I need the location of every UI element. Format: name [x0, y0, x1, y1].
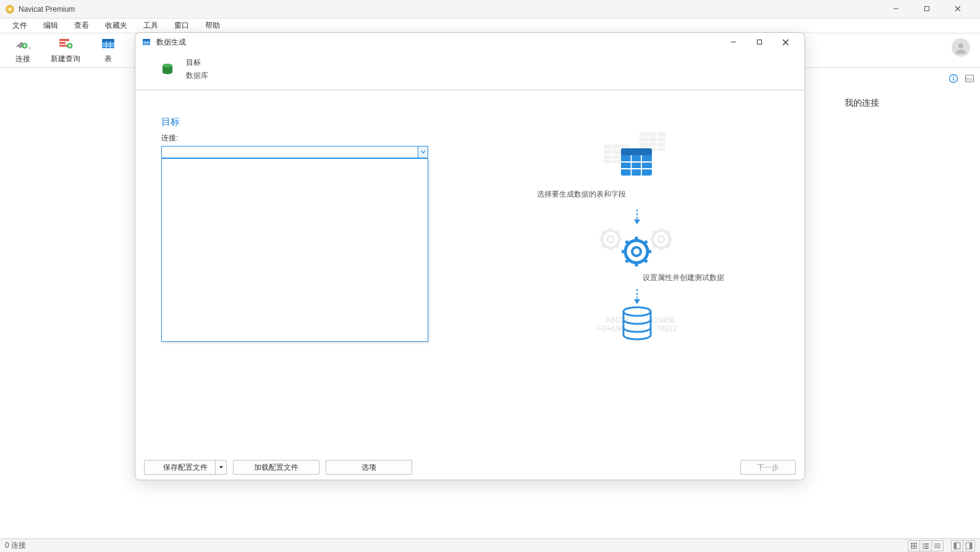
chevron-down-icon[interactable] — [418, 146, 428, 158]
status-right — [908, 540, 975, 551]
svg-line-64 — [616, 245, 619, 247]
sample-text-mid: FGHIJK — [597, 325, 623, 333]
toolbar-new-query[interactable]: 新建查询 — [51, 36, 80, 64]
svg-rect-100 — [924, 543, 929, 545]
next-label: 下一步 — [757, 462, 779, 473]
app-icon — [5, 4, 15, 14]
svg-rect-93 — [911, 545, 913, 547]
svg-point-38 — [163, 64, 172, 67]
tables-illustration-icon — [600, 131, 674, 180]
database-result-icon: ABCDE FGHIJK 123456 78912 — [585, 305, 690, 345]
connection-dropdown[interactable] — [161, 146, 428, 158]
main-titlebar: Navicat Premium — [0, 0, 980, 19]
dialog-body: 目标 连接: — [135, 90, 805, 455]
svg-rect-101 — [923, 545, 924, 546]
maximize-button[interactable] — [916, 5, 938, 14]
view-detail-button[interactable] — [931, 540, 944, 551]
step2-text: 设置属性并创建测试数据 — [643, 273, 724, 283]
panel-left-button[interactable] — [951, 540, 963, 551]
svg-point-89 — [623, 307, 651, 316]
plug-icon — [14, 36, 32, 51]
section-title: 目标 — [161, 116, 433, 128]
statusbar: 0 连接 — [0, 538, 980, 552]
svg-point-1 — [9, 7, 11, 10]
menu-view[interactable]: 查看 — [67, 19, 96, 32]
svg-line-76 — [667, 231, 669, 234]
svg-line-65 — [602, 245, 605, 247]
minimize-button[interactable] — [885, 5, 907, 14]
database-icon — [160, 62, 175, 77]
svg-rect-96 — [911, 548, 913, 549]
load-profile-label: 加载配置文件 — [254, 462, 298, 473]
menu-window[interactable]: 窗口 — [167, 19, 196, 32]
svg-point-67 — [607, 236, 614, 242]
menu-help[interactable]: 帮助 — [198, 19, 227, 32]
svg-rect-102 — [924, 545, 929, 546]
svg-line-86 — [644, 241, 647, 244]
dialog-header-title: 目标 — [186, 57, 208, 68]
menu-file[interactable]: 文件 — [5, 19, 35, 32]
svg-rect-103 — [923, 548, 924, 549]
svg-rect-90 — [911, 543, 913, 545]
connection-input[interactable] — [162, 146, 418, 158]
arrow-down-icon — [631, 208, 643, 226]
svg-rect-95 — [916, 545, 917, 547]
close-button[interactable] — [947, 5, 969, 14]
svg-rect-94 — [913, 545, 915, 547]
load-profile-button[interactable]: 加载配置文件 — [233, 460, 319, 475]
svg-point-24 — [953, 76, 954, 77]
menu-favorites[interactable]: 收藏夹 — [98, 19, 135, 32]
svg-rect-97 — [913, 548, 915, 549]
dialog-close-button[interactable] — [772, 34, 798, 50]
svg-rect-109 — [954, 543, 957, 549]
info-icon[interactable] — [948, 73, 959, 84]
data-generation-dialog: 数据生成 目标 数据库 目标 连接: — [135, 32, 805, 480]
table-icon — [99, 36, 117, 51]
step1-text: 选择要生成数据的表和字段 — [537, 189, 626, 200]
save-profile-button[interactable]: 保存配置文件 — [144, 460, 227, 475]
menu-edit[interactable]: 编辑 — [36, 19, 65, 32]
toolbar-connect[interactable]: 连接 — [9, 36, 37, 64]
svg-rect-29 — [143, 39, 150, 41]
svg-point-22 — [958, 43, 963, 48]
view-grid-button[interactable] — [908, 540, 920, 551]
next-button[interactable]: 下一步 — [740, 460, 796, 475]
options-button[interactable]: 选项 — [326, 460, 412, 475]
options-label: 选项 — [361, 462, 376, 473]
svg-line-75 — [653, 245, 656, 247]
panel-right-button[interactable] — [963, 540, 975, 551]
svg-rect-104 — [924, 548, 929, 549]
dialog-body-left: 目标 连接: — [161, 116, 433, 446]
svg-line-85 — [626, 259, 629, 262]
menu-tools[interactable]: 工具 — [136, 19, 166, 32]
svg-rect-91 — [913, 543, 915, 545]
save-profile-dropdown-arrow[interactable] — [215, 461, 226, 474]
svg-rect-92 — [916, 543, 917, 545]
svg-line-84 — [644, 259, 647, 262]
gears-illustration-icon — [597, 226, 677, 269]
svg-rect-98 — [916, 548, 917, 549]
view-list-button[interactable] — [919, 540, 932, 551]
svg-point-87 — [632, 247, 641, 256]
svg-rect-11 — [59, 42, 65, 44]
svg-rect-111 — [969, 543, 972, 549]
svg-rect-99 — [923, 543, 924, 545]
dialog-minimize-button[interactable] — [720, 34, 746, 50]
arrow-down-icon-2 — [631, 288, 643, 305]
toolbar-connect-label: 连接 — [15, 54, 30, 64]
sql-icon[interactable]: SQL — [964, 73, 975, 84]
avatar[interactable] — [952, 38, 970, 57]
dialog-maximize-button[interactable] — [746, 34, 772, 50]
svg-line-74 — [667, 245, 669, 247]
svg-line-73 — [653, 231, 656, 234]
toolbar-table[interactable]: 表 — [94, 36, 122, 64]
svg-text:SQL: SQL — [966, 77, 974, 81]
toolbar-table-label: 表 — [104, 54, 112, 64]
connection-dropdown-list[interactable] — [161, 158, 428, 342]
my-connection-label: 我的连接 — [814, 98, 975, 109]
svg-line-83 — [626, 241, 629, 244]
toolbar-new-query-label: 新建查询 — [51, 54, 80, 64]
svg-line-63 — [602, 231, 605, 234]
dialog-footer: 保存配置文件 加载配置文件 选项 下一步 — [135, 455, 805, 480]
save-profile-label: 保存配置文件 — [163, 462, 208, 473]
